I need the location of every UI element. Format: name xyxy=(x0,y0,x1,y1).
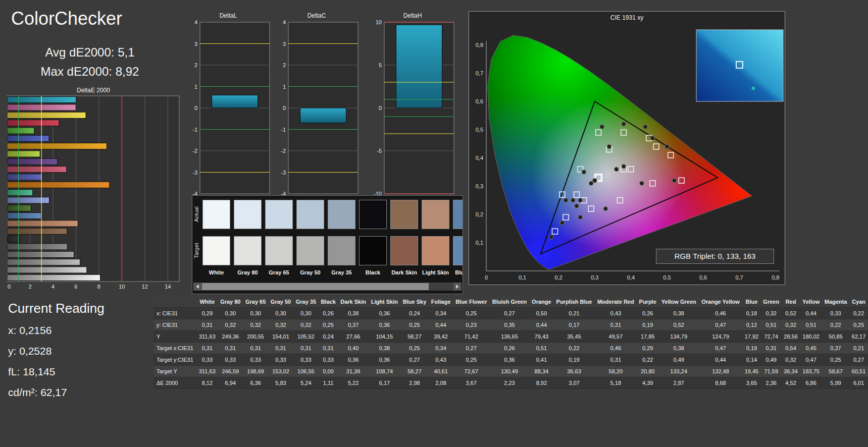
svg-text:0,3: 0,3 xyxy=(591,274,598,281)
svg-text:0,7: 0,7 xyxy=(476,70,483,76)
swatch-target-blue-sky[interactable] xyxy=(453,236,463,265)
table-cell: 5,83 xyxy=(268,377,293,389)
measured-point-bluish-green xyxy=(582,170,586,175)
swatch-target-dark-skin[interactable] xyxy=(390,236,418,265)
table-cell: 0,36 xyxy=(369,319,400,331)
swatch-actual-white[interactable] xyxy=(202,200,230,229)
swatch-actual-light-skin[interactable] xyxy=(422,200,449,229)
measured-point-orange-yellow xyxy=(650,136,655,141)
table-cell: 0,29 xyxy=(637,343,659,354)
svg-text:0: 0 xyxy=(485,274,488,281)
scrollbar-thumb[interactable] xyxy=(202,283,429,290)
reading-fl: fL: 18,145 xyxy=(8,366,105,378)
table-cell: 132,48 xyxy=(699,366,742,377)
cie-chart-plot: 00,10,20,30,40,50,60,70,80,10,20,30,40,5… xyxy=(469,12,785,287)
measured-point-moderate-red xyxy=(640,181,644,186)
deltac-chart: DeltaC 43210-1-2-3-4 xyxy=(273,12,360,200)
table-cell: 35,45 xyxy=(553,331,594,343)
svg-text:-5: -5 xyxy=(377,148,382,154)
measured-point-blue-flower xyxy=(575,204,579,208)
table-header-row: WhiteGray 80Gray 65Gray 50Gray 35BlackDa… xyxy=(154,296,868,308)
table-cell: 134,79 xyxy=(658,331,698,343)
deltae-bar-light-skin xyxy=(7,220,78,227)
scroll-right-button[interactable] xyxy=(453,283,462,291)
swatch-target-gray-35[interactable] xyxy=(328,236,355,265)
swatch-target-light-skin[interactable] xyxy=(422,236,449,265)
swatch-label-gray-35: Gray 35 xyxy=(328,269,355,275)
swatch-target-gray-80[interactable] xyxy=(234,236,262,265)
scrollbar-track[interactable] xyxy=(201,283,453,291)
col-header-cyan: Cyan xyxy=(849,296,868,308)
swatch-actual-gray-50[interactable] xyxy=(296,200,324,229)
actual-row-label: Actual xyxy=(193,200,201,229)
swatch-target-gray-50[interactable] xyxy=(296,236,324,265)
table-cell: 2,98 xyxy=(400,377,429,389)
table-cell: 5,22 xyxy=(338,377,369,389)
deltae-bar-blue xyxy=(7,135,49,141)
swatch-target-gray-65[interactable] xyxy=(265,236,293,265)
table-cell: 0,14 xyxy=(742,354,761,366)
deltae-bar-blue-sky xyxy=(7,213,41,219)
swatch-label-blue-sky: Blue Sky xyxy=(453,269,463,275)
svg-text:3: 3 xyxy=(283,41,286,47)
svg-text:-1: -1 xyxy=(192,127,197,133)
swatch-scrollbar[interactable] xyxy=(193,283,462,291)
swatch-target-white[interactable] xyxy=(202,236,230,265)
measurement-table-wrap: WhiteGray 80Gray 65Gray 50Gray 35BlackDa… xyxy=(154,296,868,389)
swatch-actual-gray-35[interactable] xyxy=(328,200,355,229)
table-cell: 0,36 xyxy=(490,354,530,366)
swatch-actual-black[interactable] xyxy=(359,200,387,229)
table-cell: 0,27 xyxy=(849,354,868,366)
table-cell: 0,50 xyxy=(529,308,553,319)
deltae-bar-gray-50 xyxy=(7,251,74,257)
table-cell: 88,34 xyxy=(529,366,553,377)
table-cell: 136,65 xyxy=(490,331,530,343)
deltac-chart-title: DeltaC xyxy=(273,12,360,20)
swatch-actual-gray-80[interactable] xyxy=(234,200,262,229)
table-cell: 311,63 xyxy=(196,331,218,343)
table-cell: 246,59 xyxy=(218,366,243,377)
swatch-target-black[interactable] xyxy=(359,236,387,265)
table-cell: 0,33 xyxy=(243,354,268,366)
table-cell: 0,32 xyxy=(218,319,243,331)
svg-text:10: 10 xyxy=(119,284,125,290)
table-cell: 0,18 xyxy=(742,308,761,319)
deltae2000-chart-title: DeltaE 2000 xyxy=(6,87,181,95)
col-header-blue-sky: Blue Sky xyxy=(400,296,429,308)
svg-text:4: 4 xyxy=(194,20,197,25)
table-cell: 0,35 xyxy=(490,319,530,331)
table-cell: 4,52 xyxy=(782,377,800,389)
svg-text:6: 6 xyxy=(74,284,77,290)
measured-point-cyan xyxy=(564,198,568,203)
table-cell: 3,65 xyxy=(742,377,761,389)
table-cell: 0,32 xyxy=(782,319,800,331)
table-cell: 6,86 xyxy=(800,377,822,389)
deltae-bar-gray-65 xyxy=(7,259,80,265)
table-cell: 0,43 xyxy=(595,308,637,319)
table-cell: 58,27 xyxy=(400,366,429,377)
measured-point-gray-35 xyxy=(593,179,597,183)
swatch-actual-blue-sky[interactable] xyxy=(453,200,463,229)
table-cell: 0,40 xyxy=(338,343,369,354)
swatch-actual-dark-skin[interactable] xyxy=(390,200,418,229)
table-cell: 27,66 xyxy=(338,331,369,343)
swatch-label-gray-65: Gray 65 xyxy=(265,269,293,275)
table-cell: 0,26 xyxy=(490,343,530,354)
table-cell: 60,51 xyxy=(849,366,868,377)
table-cell: 0,22 xyxy=(637,354,659,366)
table-cell: 130,49 xyxy=(490,366,530,377)
scroll-right-icon xyxy=(456,285,459,289)
table-cell: 0,31 xyxy=(243,343,268,354)
row-label-e-2000: ΔE 2000 xyxy=(154,377,196,389)
table-cell: 108,74 xyxy=(369,366,400,377)
swatch-label-gray-80: Gray 80 xyxy=(234,269,262,275)
swatch-actual-gray-65[interactable] xyxy=(265,200,293,229)
table-cell: 0,21 xyxy=(553,308,594,319)
measured-point-white xyxy=(589,181,593,186)
table-cell: 0,46 xyxy=(699,308,742,319)
scroll-left-button[interactable] xyxy=(193,283,201,291)
table-cell: 62,17 xyxy=(849,331,868,343)
table-cell: 19,45 xyxy=(742,366,761,377)
svg-text:10: 10 xyxy=(376,20,382,25)
measured-point-black xyxy=(578,198,583,203)
